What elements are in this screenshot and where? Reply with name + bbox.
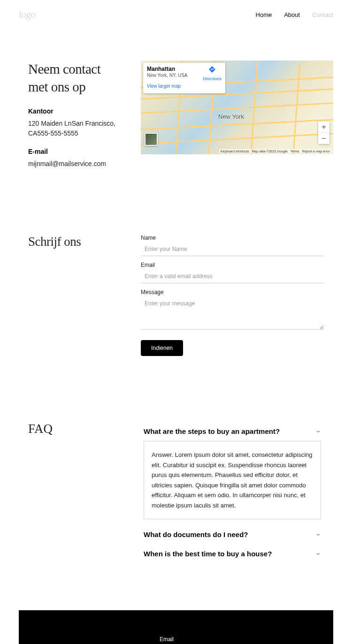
message-label: Message [141,289,324,295]
write-heading: Schrijf ons [28,235,122,249]
map-attrib-shortcuts[interactable]: Keyboard shortcuts [221,150,249,153]
map-attrib-data: Map data ©2023 Google [252,150,287,153]
faq-question-0-text: What are the steps to buy an apartment? [144,427,280,435]
map-directions-label: Directions [203,76,222,81]
map-satellite-toggle[interactable] [145,133,158,146]
contact-info: Neem contact met ons op Kantoor 120 Maid… [28,61,122,178]
email-value: mijnmail@mailservice.com [28,159,122,169]
main-nav: Home About Contact [256,11,333,18]
logo[interactable]: logo [19,8,35,21]
faq-heading-wrap: FAQ [28,422,122,563]
email-label: E-mail [28,148,122,155]
map-directions-button[interactable]: Directions [203,66,222,82]
faq-list: What are the steps to buy an apartment? … [141,422,333,563]
write-section: Schrijf ons Name Email Message Indienen [0,178,352,356]
faq-item-1: What do documents do I need? [141,525,324,544]
contact-section: Neem contact met ons op Kantoor 120 Maid… [0,21,352,178]
chevron-down-icon [315,429,321,434]
message-input[interactable] [141,297,324,330]
map-attrib-report[interactable]: Report a map error [302,150,330,153]
contact-heading: Neem contact met ons op [28,61,122,96]
faq-answer-0-text: Answer. Lorem ipsum dolor sit amet, cons… [152,450,313,510]
header: logo Home About Contact [0,0,352,21]
map-zoom-controls: + − [318,121,329,144]
chevron-down-icon [315,532,321,538]
nav-contact[interactable]: Contact [312,11,333,18]
nav-about[interactable]: About [284,11,300,18]
office-value: 120 Maiden LnSan Francisco, CA555-555-55… [28,119,122,138]
form-submit-button[interactable]: Indienen [141,340,183,356]
map-city-label: New York [218,113,244,120]
newsletter-form: Email Indienen [160,636,314,644]
newsletter-section: onze nieuwsbrief Email Indienen [19,610,333,644]
map-attribution: Keyboard shortcuts Map data ©2023 Google… [219,149,331,153]
map-zoom-out[interactable]: − [318,133,329,144]
faq-question-1-text: What do documents do I need? [144,530,248,538]
write-heading-wrap: Schrijf ons [28,235,122,356]
map[interactable]: New York Manhattan New York, NY, USA Dir… [141,61,333,154]
faq-heading: FAQ [28,422,122,436]
faq-question-2-text: When is the best time to buy a house? [144,550,272,558]
faq-item-2: When is the best time to buy a house? [141,544,324,563]
map-view-larger[interactable]: View larger map [147,83,181,89]
faq-section: FAQ What are the steps to buy an apartme… [0,356,352,563]
nav-home[interactable]: Home [256,11,272,18]
office-label: Kantoor [28,107,122,115]
name-label: Name [141,235,324,241]
form-email-input[interactable] [141,270,324,283]
faq-item-0: What are the steps to buy an apartment? … [141,422,324,525]
map-info-card: Manhattan New York, NY, USA Directions V… [143,63,225,93]
faq-answer-0: Answer. Lorem ipsum dolor sit amet, cons… [144,441,321,519]
map-zoom-in[interactable]: + [318,121,329,133]
chevron-down-icon [315,551,321,557]
contact-form: Name Email Message Indienen [141,235,333,356]
faq-question-2[interactable]: When is the best time to buy a house? [144,550,321,558]
newsletter-heading-wrap: onze nieuwsbrief [28,636,141,644]
directions-icon [208,66,216,73]
form-email-label: Email [141,262,324,268]
map-attrib-terms[interactable]: Terms [291,150,299,153]
faq-question-0[interactable]: What are the steps to buy an apartment? [144,427,321,435]
faq-question-1[interactable]: What do documents do I need? [144,530,321,538]
newsletter-email-label: Email [160,636,314,643]
name-input[interactable] [141,242,324,256]
